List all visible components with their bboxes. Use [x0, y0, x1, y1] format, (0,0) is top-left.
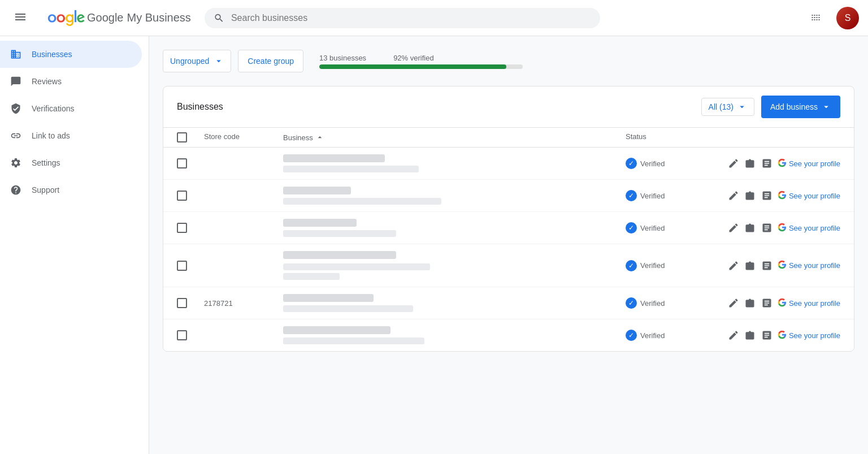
row-4-business: [283, 251, 626, 280]
row-5-see-profile[interactable]: See your profile: [778, 298, 840, 309]
card-title: Businesses: [177, 102, 223, 112]
edit-icon[interactable]: [727, 294, 740, 312]
table-row: ✓ Verified See your profile: [163, 319, 854, 351]
photo-icon[interactable]: [744, 154, 757, 172]
support-icon: [9, 183, 23, 197]
status-header: Status: [626, 132, 727, 142]
stats-numbers: 13 businesses 92% verified: [319, 54, 523, 62]
select-all-checkbox[interactable]: [177, 132, 204, 142]
row-2-checkbox[interactable]: [177, 191, 204, 201]
edit-icon[interactable]: [727, 154, 740, 172]
sidebar-item-verifications[interactable]: Verifications: [0, 95, 142, 122]
table-row: 2178721 ✓ Verified: [163, 287, 854, 319]
total-stat: 13 businesses: [319, 54, 366, 62]
app-header: Google My Business S: [0, 0, 868, 36]
row-2-status: ✓ Verified: [626, 190, 727, 201]
row-1-see-profile[interactable]: See your profile: [778, 158, 840, 169]
row-2-business: [283, 187, 626, 205]
row-3-checkbox[interactable]: [177, 223, 204, 233]
search-bar[interactable]: [205, 8, 600, 28]
table-row: ✓ Verified: [163, 148, 854, 180]
post-icon[interactable]: [761, 257, 773, 275]
verified-icon: ✓: [626, 222, 637, 234]
photo-icon[interactable]: [744, 294, 757, 312]
sidebar-item-businesses[interactable]: Businesses: [0, 41, 142, 68]
row-5-checkbox[interactable]: [177, 298, 204, 308]
row-6-checkbox[interactable]: [177, 330, 204, 340]
filter-chevron-icon: [737, 102, 747, 112]
row-4-see-profile[interactable]: See your profile: [778, 260, 840, 271]
apps-icon[interactable]: [805, 7, 827, 29]
business-header[interactable]: Business: [283, 132, 626, 142]
sidebar-item-reviews[interactable]: Reviews: [0, 68, 142, 95]
photo-icon[interactable]: [744, 219, 757, 237]
sidebar-item-settings[interactable]: Settings: [0, 149, 142, 176]
blurred-business-addr: [283, 166, 419, 172]
businesses-icon: [9, 47, 23, 61]
sidebar-reviews-label: Reviews: [32, 77, 62, 86]
verified-icon: ✓: [626, 260, 637, 271]
sidebar-item-support[interactable]: Support: [0, 176, 142, 204]
table-row: ✓ Verified See your profile: [163, 180, 854, 212]
blurred-business-name: [283, 294, 374, 302]
blurred-business-addr: [283, 263, 430, 270]
blurred-business-addr: [283, 338, 424, 344]
row-2-see-profile[interactable]: See your profile: [778, 191, 840, 201]
group-dropdown-label: Ungrouped: [170, 57, 209, 66]
sidebar-settings-label: Settings: [32, 158, 60, 167]
edit-icon[interactable]: [727, 257, 740, 275]
row-5-business: [283, 294, 626, 312]
sidebar: Businesses Reviews Verifications: [0, 36, 149, 454]
toolbar: Ungrouped Create group 13 businesses 92%…: [163, 50, 854, 72]
filter-dropdown[interactable]: All (13): [701, 98, 754, 116]
row-3-actions: See your profile: [727, 219, 840, 237]
row-2-actions: See your profile: [727, 187, 840, 205]
row-1-checkbox[interactable]: [177, 158, 204, 168]
row-4-status: ✓ Verified: [626, 260, 727, 271]
row-1-actions: See your profile: [727, 154, 840, 172]
reviews-icon: [9, 75, 23, 88]
row-6-see-profile[interactable]: See your profile: [778, 330, 840, 341]
post-icon[interactable]: [761, 154, 773, 172]
verified-icon: ✓: [626, 158, 637, 169]
edit-icon[interactable]: [727, 187, 740, 205]
row-4-actions: See your profile: [727, 257, 840, 275]
row-6-actions: See your profile: [727, 326, 840, 344]
dropdown-chevron-icon: [214, 56, 224, 66]
post-icon[interactable]: [761, 187, 773, 205]
search-input[interactable]: [231, 13, 591, 23]
sidebar-item-link-to-ads[interactable]: Link to ads: [0, 122, 142, 149]
edit-icon[interactable]: [727, 219, 740, 237]
post-icon[interactable]: [761, 219, 773, 237]
sort-icon: [315, 133, 324, 142]
group-dropdown[interactable]: Ungrouped: [163, 50, 231, 72]
search-icon: [214, 12, 224, 24]
row-3-see-profile[interactable]: See your profile: [778, 223, 840, 234]
table-row: ✓ Verified See your profile: [163, 212, 854, 244]
google-g-icon: [778, 191, 787, 201]
logo-service-text: Google: [87, 11, 124, 24]
add-business-button[interactable]: Add business: [761, 96, 840, 118]
verified-stat: 92% verified: [393, 54, 434, 62]
photo-icon[interactable]: [744, 257, 757, 275]
progress-fill: [319, 64, 506, 69]
row-5-store-code: 2178721: [204, 299, 283, 308]
create-group-button[interactable]: Create group: [238, 50, 303, 72]
row-4-checkbox[interactable]: [177, 261, 204, 271]
verified-icon: ✓: [626, 330, 637, 341]
progress-bar: [319, 64, 523, 69]
google-g-icon: [778, 158, 787, 169]
sidebar-verifications-label: Verifications: [32, 104, 74, 113]
blurred-business-name: [283, 326, 390, 334]
menu-icon[interactable]: [9, 6, 32, 30]
post-icon[interactable]: [761, 294, 773, 312]
photo-icon[interactable]: [744, 187, 757, 205]
photo-icon[interactable]: [744, 326, 757, 344]
blurred-business-addr: [283, 305, 413, 312]
post-icon[interactable]: [761, 326, 773, 344]
blurred-business-extra: [283, 273, 340, 280]
sidebar-link-ads-label: Link to ads: [32, 131, 70, 140]
edit-icon[interactable]: [727, 326, 740, 344]
blurred-business-addr: [283, 198, 441, 205]
user-avatar[interactable]: S: [836, 7, 859, 29]
